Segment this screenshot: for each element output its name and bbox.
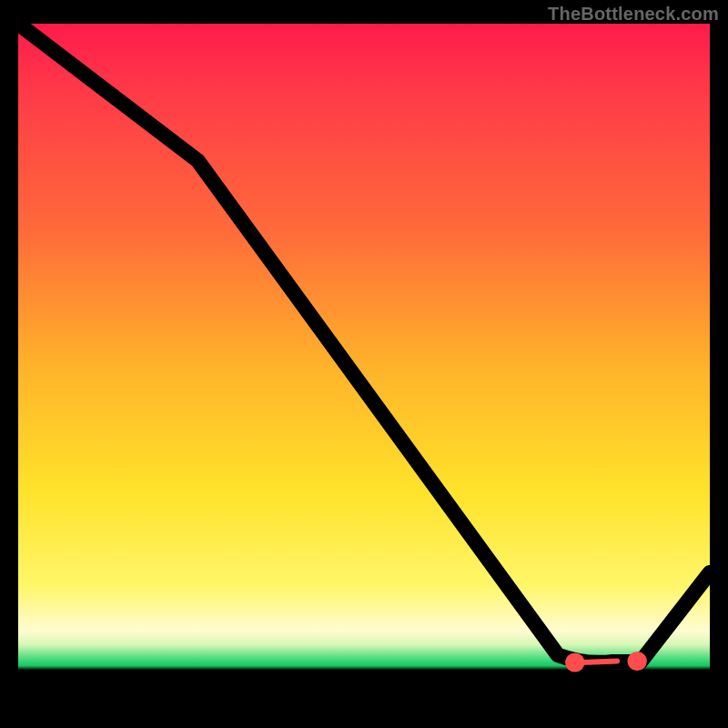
plot-area: [18, 24, 710, 710]
chart-stage: TheBottleneck.com: [0, 0, 728, 728]
curve-path: [18, 24, 710, 662]
watermark-text: TheBottleneck.com: [548, 4, 719, 25]
optimum-end-dot: [631, 655, 643, 668]
optimum-dash: [581, 661, 618, 662]
bottleneck-curve: [18, 24, 710, 710]
